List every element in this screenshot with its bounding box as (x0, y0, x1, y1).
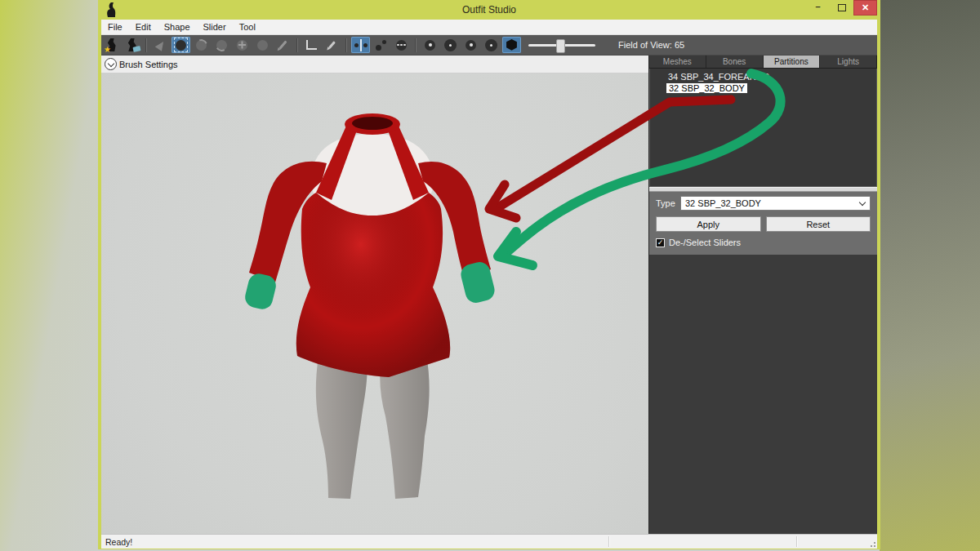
transform-tool-icon[interactable] (302, 37, 321, 53)
mask-brush-icon[interactable] (172, 37, 190, 53)
viewport-3d[interactable] (101, 73, 648, 534)
chevron-down-icon (859, 199, 866, 206)
window-title: Outfit Studio (462, 4, 516, 16)
brush-size-icon[interactable] (421, 37, 439, 53)
global-brush-icon[interactable] (392, 37, 411, 53)
deselect-sliders-checkbox[interactable]: ✓ (656, 238, 665, 247)
brush-settings-bar[interactable]: Brush Settings (101, 56, 648, 73)
menu-tool[interactable]: Tool (233, 20, 262, 34)
toolbar-separator (145, 38, 147, 52)
undo-brush-icon[interactable] (274, 37, 292, 53)
outfit-studio-window: Outfit Studio – ✕ File Edit Shape Slider… (98, 0, 880, 549)
load-reference-icon[interactable] (122, 37, 141, 53)
brush-settings-label: Brush Settings (119, 60, 178, 69)
deflate-brush-icon[interactable] (212, 37, 231, 53)
title-bar: Outfit Studio – ✕ (101, 0, 877, 20)
partition-item-forearms[interactable]: 34 SBP_34_FOREARMS (668, 71, 876, 82)
connected-vertices-icon[interactable] (372, 37, 390, 53)
toolbar-separator (345, 38, 347, 52)
close-button[interactable]: ✕ (853, 0, 877, 16)
menu-file[interactable]: File (101, 20, 129, 34)
select-tool-icon[interactable] (151, 37, 170, 53)
field-of-view-label: Field of View: 65 (618, 40, 684, 50)
tab-lights[interactable]: Lights (820, 56, 877, 68)
tab-meshes[interactable]: Meshes (649, 56, 706, 68)
tab-partitions[interactable]: Partitions (764, 56, 821, 68)
side-tabbar: Meshes Bones Partitions Lights (649, 56, 877, 69)
status-separator (608, 536, 610, 547)
menu-bar: File Edit Shape Slider Tool (101, 20, 877, 35)
move-brush-icon[interactable] (233, 37, 252, 53)
side-panel-empty (649, 255, 877, 534)
desktop-background-right (880, 0, 980, 551)
x-mirror-icon[interactable] (351, 37, 370, 53)
smooth-brush-icon[interactable] (253, 37, 272, 53)
reset-button[interactable]: Reset (766, 216, 871, 232)
main-area: Brush Settings (101, 56, 877, 534)
type-label: Type (656, 198, 680, 208)
menu-slider[interactable]: Slider (197, 20, 233, 34)
field-of-view-slider[interactable] (528, 44, 595, 47)
brush-spacing-icon[interactable] (482, 37, 501, 53)
tab-bones[interactable]: Bones (706, 56, 764, 68)
load-outfit-icon[interactable]: ★ (102, 37, 121, 53)
toolbar: ★ Field of View: 65 (101, 35, 877, 56)
status-bar: Ready! (101, 534, 877, 549)
deselect-sliders-label: De-/Select Sliders (669, 238, 741, 247)
collapse-chevron-icon (105, 58, 117, 70)
slider-thumb[interactable] (556, 39, 565, 53)
apply-button[interactable]: Apply (656, 216, 761, 232)
partition-controls: Type 32 SBP_32_BODY Apply Reset ✓ De-/Se… (649, 192, 877, 255)
toolbar-icons: ★ (101, 35, 522, 55)
toolbar-separator (296, 38, 298, 52)
maximize-button[interactable] (830, 0, 853, 16)
menu-shape[interactable]: Shape (158, 20, 197, 34)
brush-strength-icon[interactable] (441, 37, 460, 53)
minimize-button[interactable]: – (806, 0, 830, 16)
type-dropdown[interactable]: 32 SBP_32_BODY (680, 196, 871, 211)
status-separator (796, 536, 798, 547)
desktop-background-left (0, 0, 99, 551)
vertex-edit-icon[interactable] (323, 37, 341, 53)
resize-grip[interactable] (868, 540, 876, 548)
neck-hole (352, 117, 393, 130)
partition-list: 34 SBP_34_FOREARMS 32 SBP_32_BODY (649, 69, 877, 187)
outfit-model (101, 73, 648, 534)
viewport-pane: Brush Settings (101, 56, 649, 534)
partition-item-body[interactable]: 32 SBP_32_BODY (666, 82, 876, 94)
app-icon (105, 2, 116, 17)
side-panel: Meshes Bones Partitions Lights 34 SBP_34… (649, 56, 877, 534)
toolbar-separator (415, 38, 416, 52)
brush-focus-icon[interactable] (461, 37, 480, 53)
maximize-icon (838, 4, 846, 11)
menu-edit[interactable]: Edit (129, 20, 158, 34)
inflate-brush-icon[interactable] (192, 37, 211, 53)
perspective-view-icon[interactable] (502, 37, 521, 53)
status-text: Ready! (101, 537, 132, 547)
